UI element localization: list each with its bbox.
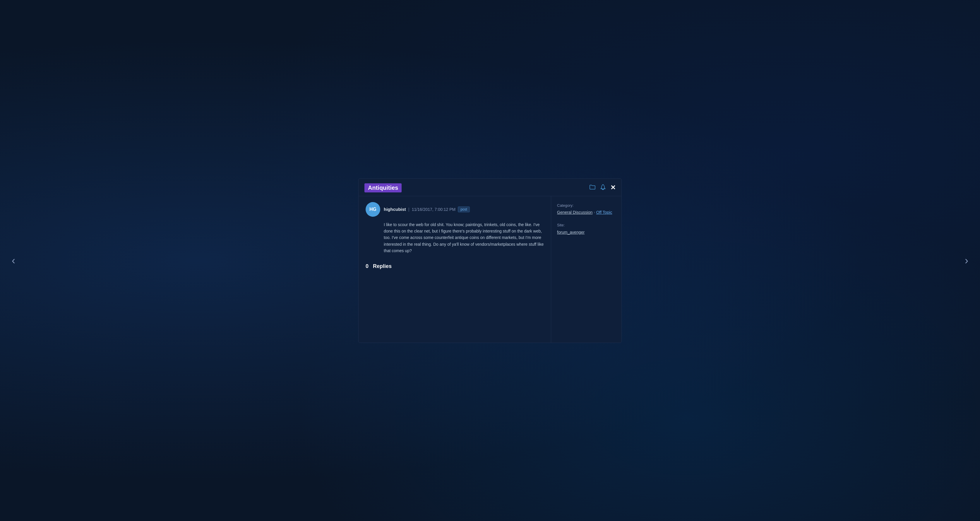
modal-backdrop: Antiquities ✕ HG bbox=[358, 178, 622, 343]
prev-arrow-icon: ‹ bbox=[12, 255, 15, 266]
modal-header-actions: ✕ bbox=[589, 184, 616, 191]
replies-section: 0 Replies bbox=[366, 263, 544, 269]
avatar: HG bbox=[366, 202, 380, 217]
post-author: highcubist bbox=[384, 207, 406, 212]
next-arrow-icon: › bbox=[965, 255, 968, 266]
modal-header: Antiquities ✕ bbox=[359, 178, 621, 196]
close-button[interactable]: ✕ bbox=[610, 184, 616, 191]
post-date: 11/16/2017, 7:00:12 PM bbox=[412, 207, 455, 212]
category-section: Category: General Discussion › Off Topic bbox=[557, 203, 616, 215]
site-section: Site: forum_avenger bbox=[557, 223, 616, 235]
category-label: Category: bbox=[557, 203, 616, 208]
post-meta: highcubist | 11/16/2017, 7:00:12 PM post bbox=[384, 207, 470, 212]
category-breadcrumb: General Discussion › Off Topic bbox=[557, 210, 616, 215]
folder-icon[interactable] bbox=[589, 185, 596, 191]
category-chevron-icon: › bbox=[593, 210, 595, 214]
replies-label: Replies bbox=[373, 263, 391, 269]
modal: Antiquities ✕ HG bbox=[358, 178, 622, 343]
next-arrow[interactable]: › bbox=[959, 249, 974, 272]
post-separator: | bbox=[408, 207, 409, 212]
site-label: Site: bbox=[557, 223, 616, 227]
post-tag: post bbox=[458, 207, 470, 212]
sidebar: Category: General Discussion › Off Topic… bbox=[551, 196, 621, 343]
category-child[interactable]: Off Topic bbox=[596, 210, 612, 215]
bell-icon[interactable] bbox=[600, 184, 606, 191]
post-body: I like to scour the web for old shit. Yo… bbox=[384, 221, 544, 254]
replies-heading: 0 Replies bbox=[366, 263, 544, 269]
main-content: HG highcubist | 11/16/2017, 7:00:12 PM p… bbox=[359, 196, 551, 343]
prev-arrow[interactable]: ‹ bbox=[6, 249, 21, 272]
modal-title: Antiquities bbox=[364, 183, 402, 193]
category-parent[interactable]: General Discussion bbox=[557, 210, 592, 215]
site-link[interactable]: forum_avenger bbox=[557, 230, 585, 234]
modal-body: HG highcubist | 11/16/2017, 7:00:12 PM p… bbox=[359, 196, 621, 343]
replies-count: 0 bbox=[366, 263, 369, 269]
post-header: HG highcubist | 11/16/2017, 7:00:12 PM p… bbox=[366, 202, 544, 217]
